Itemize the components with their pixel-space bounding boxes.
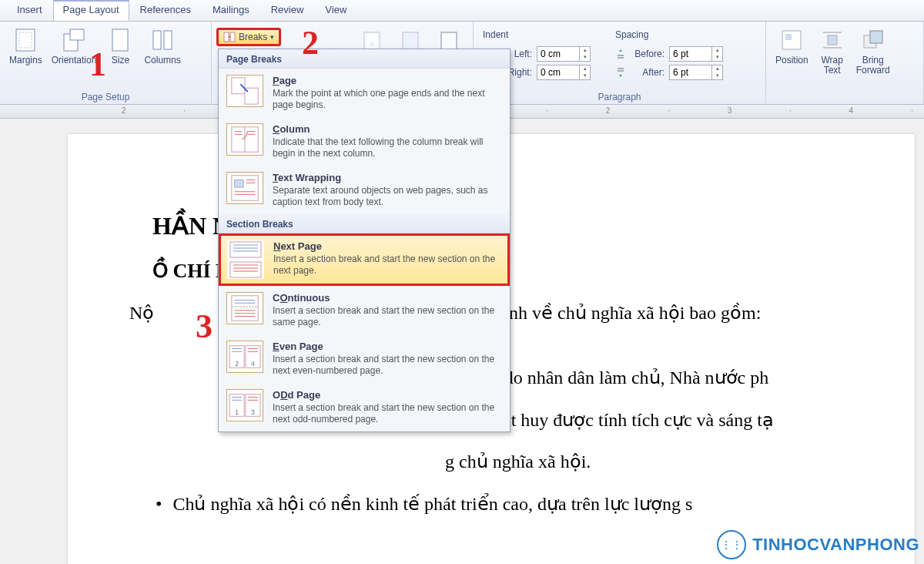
breaks-dropdown: Page Breaks PageMark the point at which … (218, 49, 511, 432)
svg-rect-5 (153, 31, 161, 49)
break-next-page-desc: Insert a section break and start the new… (273, 253, 501, 277)
break-page-item[interactable]: PageMark the point at which one page end… (219, 69, 510, 117)
indent-left-spinner[interactable]: ▴▾ (537, 46, 591, 62)
spacing-before-icon (615, 49, 626, 59)
size-label: Size (112, 55, 129, 65)
columns-button[interactable]: Columns (139, 25, 185, 69)
spin-up[interactable]: ▴ (579, 65, 590, 72)
group-arrange: Position Wrap Text Bring Forward (766, 22, 924, 104)
wrap-text-label: Wrap Text (821, 55, 842, 76)
break-next-page-icon (227, 240, 264, 279)
break-text-wrapping-icon (226, 172, 263, 204)
spin-up[interactable]: ▴ (711, 47, 722, 54)
break-odd-page-title: ODd Page (273, 389, 502, 401)
svg-text:3: 3 (251, 408, 255, 416)
svg-rect-23 (235, 180, 243, 188)
spacing-after-icon (615, 67, 626, 78)
svg-rect-22 (232, 176, 258, 200)
watermark: ⋮⋮ TINHOCVANPHONG (717, 530, 919, 559)
indent-left-input[interactable] (537, 49, 579, 59)
break-column-item[interactable]: ColumnIndicate that the text following t… (219, 117, 510, 166)
break-text-wrapping-desc: Separate text around objects on web page… (273, 185, 502, 208)
tab-page-layout[interactable]: Page Layout (53, 0, 129, 21)
wrap-text-icon (820, 28, 845, 52)
svg-rect-4 (112, 29, 128, 51)
spacing-before-spinner[interactable]: ▴▾ (669, 46, 723, 62)
doc-bullet-3: g chủ nghĩa xã hội. (152, 447, 853, 476)
size-button[interactable]: Size (101, 25, 139, 69)
break-odd-page-icon: 13 (226, 389, 263, 421)
bring-forward-button[interactable]: Bring Forward (852, 25, 895, 79)
break-next-page-item[interactable]: Next PageInsert a section break and star… (219, 233, 510, 286)
svg-rect-24 (230, 242, 261, 257)
break-column-desc: Indicate that the text following the col… (273, 136, 502, 159)
spin-down[interactable]: ▾ (579, 72, 590, 79)
page-setup-group-label: Page Setup (5, 90, 206, 102)
spacing-after-input[interactable] (670, 67, 711, 78)
breaks-button[interactable]: Breaks ▾ (216, 28, 281, 46)
spin-up[interactable]: ▴ (579, 47, 590, 54)
breaks-caret-icon: ▾ (270, 33, 274, 41)
break-column-icon (226, 123, 263, 156)
watermark-text: TINHOCVANPHONG (752, 535, 919, 555)
break-continuous-item[interactable]: COntinuousInsert a section break and sta… (219, 286, 510, 334)
spin-down[interactable]: ▾ (579, 54, 590, 61)
break-even-page-icon: 24 (226, 341, 263, 373)
spin-down[interactable]: ▾ (711, 72, 722, 79)
tab-mailings[interactable]: Mailings (202, 0, 260, 21)
bring-forward-icon (861, 28, 886, 52)
break-even-page-item[interactable]: 24 Even PageInsert a section break and s… (219, 334, 510, 383)
size-icon (108, 28, 132, 52)
svg-text:1: 1 (235, 408, 239, 416)
spin-up[interactable]: ▴ (711, 65, 722, 72)
svg-text:4: 4 (251, 360, 255, 368)
breaks-label: Breaks (239, 32, 267, 42)
break-continuous-icon (226, 292, 263, 324)
spacing-after-label: After: (631, 67, 665, 78)
columns-icon (150, 28, 175, 52)
doc-bullet-4: Chủ nghĩa xã hội có nền kinh tế phát tri… (156, 489, 853, 519)
svg-rect-17 (870, 31, 882, 43)
svg-text:A: A (370, 41, 374, 48)
wrap-text-button[interactable]: Wrap Text (813, 25, 852, 79)
spacing-before-input[interactable] (670, 49, 711, 59)
svg-rect-6 (164, 31, 172, 49)
position-label: Position (775, 55, 808, 65)
spacing-title: Spacing (615, 29, 723, 40)
break-odd-page-desc: Insert a section break and start the new… (273, 402, 502, 425)
position-icon (779, 28, 804, 52)
page-breaks-header: Page Breaks (219, 49, 510, 69)
break-continuous-title: COntinuous (273, 292, 502, 304)
indent-right-input[interactable] (537, 67, 579, 78)
tab-review[interactable]: Review (260, 0, 315, 21)
margins-label: Margins (9, 55, 42, 65)
margins-button[interactable]: Margins (5, 25, 47, 69)
break-page-desc: Mark the point at which one page ends an… (273, 88, 502, 111)
annotation-1: 1 (89, 45, 106, 84)
annotation-3: 3 (196, 307, 213, 346)
break-column-title: Column (273, 123, 502, 135)
svg-rect-14 (785, 34, 792, 40)
spin-down[interactable]: ▾ (711, 54, 722, 61)
group-paragraph: Indent Left: ▴▾ Right: ▴▾ Spacing Before… (474, 22, 766, 104)
position-button[interactable]: Position (771, 25, 813, 69)
spacing-before-label: Before: (631, 49, 665, 59)
break-next-page-title: Next Page (273, 240, 501, 252)
indent-title: Indent (483, 29, 591, 40)
svg-text:2: 2 (235, 360, 239, 368)
break-continuous-desc: Insert a section break and start the new… (273, 305, 502, 328)
break-odd-page-item[interactable]: 13 ODd PageInsert a section break and st… (219, 383, 510, 431)
tab-references[interactable]: References (129, 0, 202, 21)
svg-rect-8 (230, 32, 235, 42)
svg-rect-26 (232, 296, 258, 321)
tab-view[interactable]: View (314, 0, 357, 21)
ribbon-tabs: Insert Page Layout References Mailings R… (0, 0, 924, 22)
svg-rect-7 (224, 32, 229, 42)
indent-right-spinner[interactable]: ▴▾ (537, 65, 591, 80)
spacing-after-spinner[interactable]: ▴▾ (669, 65, 723, 80)
break-text-wrapping-item[interactable]: Text WrappingSeparate text around object… (219, 166, 510, 214)
break-even-page-desc: Insert a section break and start the new… (273, 354, 502, 377)
paragraph-group-label: Paragraph (478, 90, 761, 102)
tab-insert[interactable]: Insert (6, 0, 53, 21)
annotation-2: 2 (302, 23, 319, 62)
